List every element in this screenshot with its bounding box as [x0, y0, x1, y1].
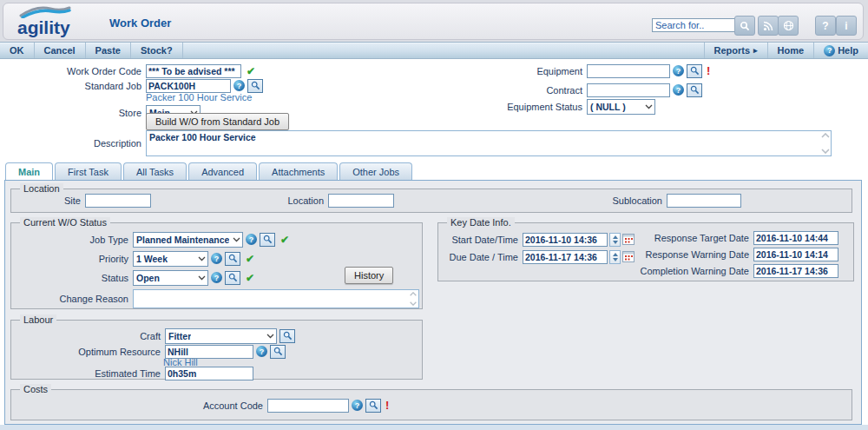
craft-value: Fitter: [168, 331, 191, 341]
info-button[interactable]: i: [836, 16, 857, 36]
lookup-icon[interactable]: [225, 252, 240, 266]
job-type-label: Job Type: [11, 235, 133, 245]
account-code-input[interactable]: [267, 399, 349, 413]
standard-job-description: Packer 100 Hour Service: [146, 92, 252, 103]
tab-first-task[interactable]: First Task: [55, 162, 122, 180]
standard-job-label: Standard Job: [4, 81, 146, 91]
search-button[interactable]: [734, 16, 755, 36]
help-circle-icon[interactable]: ?: [211, 253, 222, 264]
rss-button[interactable]: [758, 16, 779, 36]
rss-icon: [763, 21, 773, 31]
equipment-row: Equipment ? !: [447, 63, 710, 78]
standard-job-input[interactable]: [146, 79, 231, 93]
menu-stock[interactable]: Stock?: [131, 43, 183, 58]
start-date-row: Start Date/Time: [438, 232, 635, 247]
help-circle-icon[interactable]: ?: [352, 400, 363, 411]
status-select[interactable]: Open: [133, 270, 208, 286]
menu-paste[interactable]: Paste: [86, 43, 131, 58]
valid-check-icon: ✔: [246, 272, 254, 284]
equipment-status-select[interactable]: ( NULL ): [587, 99, 655, 115]
menu-help[interactable]: ? Help: [813, 43, 868, 58]
lookup-icon[interactable]: [270, 345, 286, 359]
history-button[interactable]: History: [345, 267, 393, 284]
response-warning-input[interactable]: [753, 248, 838, 261]
search-input[interactable]: [652, 18, 739, 32]
tab-other-jobs[interactable]: Other Jobs: [339, 162, 412, 180]
change-reason-textarea[interactable]: [133, 289, 419, 308]
chevron-down-icon: [196, 256, 207, 261]
lookup-icon[interactable]: [365, 399, 381, 413]
due-date-input[interactable]: [523, 250, 608, 264]
lookup-icon[interactable]: [225, 271, 240, 285]
contract-input[interactable]: [587, 83, 670, 97]
required-icon: !: [385, 399, 389, 412]
change-reason-row: Change Reason: [11, 289, 419, 308]
scroll-arrows[interactable]: [821, 133, 830, 154]
help-circle-icon[interactable]: ?: [246, 234, 257, 245]
equipment-status-label: Equipment Status: [447, 102, 587, 112]
menu-reports[interactable]: Reports ▸: [704, 43, 767, 58]
craft-label: Craft: [11, 331, 165, 341]
menu-right-group: Reports ▸ Home ? Help: [704, 43, 868, 58]
scroll-down-icon[interactable]: [821, 149, 830, 154]
datetime-spinner[interactable]: [609, 233, 621, 247]
submenu-arrow-icon: ▸: [753, 46, 758, 55]
site-input[interactable]: [85, 194, 151, 208]
tab-attachments[interactable]: Attachments: [259, 162, 338, 180]
logo-text: agility: [17, 17, 95, 38]
start-date-input[interactable]: [523, 233, 608, 247]
key-dates-legend: Key Date Info.: [447, 217, 515, 228]
menu-ok[interactable]: OK: [0, 43, 35, 58]
job-type-row: Job Type Planned Maintenance ? ✔: [11, 232, 289, 247]
response-warning-row: Response Warning Date: [622, 247, 838, 261]
help-circle-icon[interactable]: ?: [256, 346, 267, 357]
work-order-code-input[interactable]: [146, 64, 241, 78]
priority-select[interactable]: 1 Week: [133, 251, 208, 267]
location-fieldset: Location Site Location Sublocation: [10, 189, 852, 213]
lookup-icon[interactable]: [687, 83, 702, 97]
tab-bar: Main First Task All Tasks Advanced Attac…: [5, 162, 412, 180]
chevron-down-icon: [643, 104, 654, 109]
location-input[interactable]: [328, 194, 394, 208]
scroll-arrows[interactable]: [409, 292, 418, 306]
lookup-icon[interactable]: [279, 329, 295, 343]
sublocation-row: Sublocation: [580, 193, 741, 208]
tab-advanced[interactable]: Advanced: [188, 162, 257, 180]
help-circle-icon[interactable]: ?: [673, 84, 684, 96]
build-wo-button[interactable]: Build W/O from Standard Job: [146, 113, 289, 130]
site-row: Site: [29, 193, 151, 208]
help-circle-icon[interactable]: ?: [673, 65, 684, 76]
scroll-up-icon[interactable]: [821, 133, 830, 138]
estimated-time-input[interactable]: [165, 367, 253, 380]
craft-select[interactable]: Fitter: [165, 328, 277, 344]
scroll-down-icon[interactable]: [409, 301, 418, 306]
globe-button[interactable]: [778, 16, 799, 36]
response-target-input[interactable]: [753, 231, 838, 245]
help-circle-icon[interactable]: ?: [233, 80, 245, 91]
menu-home[interactable]: Home: [767, 43, 814, 58]
datetime-spinner[interactable]: [609, 250, 621, 264]
equipment-input[interactable]: [587, 64, 670, 78]
description-textarea[interactable]: Packer 100 Hour Service: [146, 130, 832, 156]
status-row: Status Open ? ✔: [11, 270, 254, 285]
search-icon: [740, 21, 750, 31]
priority-row: Priority 1 Week ? ✔: [11, 251, 254, 266]
help-circle-icon[interactable]: ?: [211, 272, 222, 283]
help-circle-icon: ?: [824, 45, 835, 56]
tab-main[interactable]: Main: [5, 162, 53, 180]
work-order-form: Work Order Code ✔ Standard Job ? Packer …: [0, 60, 868, 162]
job-type-select[interactable]: Planned Maintenance: [133, 232, 243, 248]
lookup-icon[interactable]: [247, 79, 263, 93]
response-warning-label: Response Warning Date: [622, 249, 753, 260]
lookup-icon[interactable]: [260, 233, 275, 247]
lookup-icon[interactable]: [687, 64, 702, 78]
completion-warning-input[interactable]: [753, 264, 838, 278]
due-date-row: Due Date / Time: [438, 249, 635, 264]
sublocation-input[interactable]: [667, 194, 741, 208]
menu-cancel[interactable]: Cancel: [35, 43, 86, 58]
costs-legend: Costs: [20, 384, 51, 394]
scroll-up-icon[interactable]: [409, 292, 418, 296]
page-title: Work Order: [109, 17, 171, 30]
help-button[interactable]: ?: [815, 16, 836, 36]
tab-all-tasks[interactable]: All Tasks: [123, 162, 187, 180]
